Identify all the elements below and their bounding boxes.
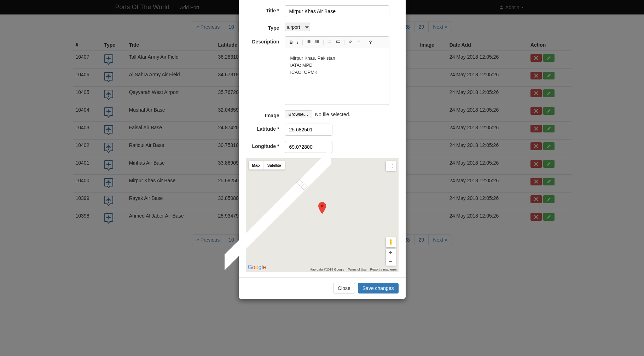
link-button[interactable]	[347, 38, 354, 46]
svg-rect-10	[391, 243, 391, 245]
fullscreen-icon	[388, 164, 393, 168]
longitude-label: Longitude *	[246, 141, 285, 149]
map[interactable]: Map Satellite + − Google Map data ©2018 …	[246, 158, 399, 252]
outdent-button[interactable]	[326, 38, 333, 46]
bold-button[interactable]: B	[288, 38, 295, 46]
pegman-icon	[388, 239, 393, 245]
svg-rect-8	[390, 241, 391, 244]
svg-rect-3	[316, 41, 319, 42]
help-button[interactable]: ?	[367, 38, 374, 46]
unordered-list-button[interactable]	[313, 38, 321, 46]
map-marker-icon	[318, 202, 326, 215]
zoom-in-button[interactable]: +	[386, 249, 396, 252]
satellite-mode-button[interactable]: Satellite	[264, 161, 285, 170]
indent-button[interactable]	[334, 38, 342, 46]
latitude-label: Latitude *	[246, 124, 285, 132]
svg-point-0	[315, 40, 316, 41]
latitude-field[interactable]	[285, 124, 332, 136]
type-label: Type	[246, 23, 285, 31]
map-mode-button[interactable]: Map	[249, 161, 264, 170]
ordered-list-button[interactable]	[305, 38, 313, 46]
street-view-button[interactable]	[386, 237, 396, 247]
title-label: Title *	[246, 5, 285, 13]
zoom-control: + −	[386, 249, 396, 252]
image-label: Image	[246, 110, 285, 118]
browse-button[interactable]: Browse…	[285, 110, 312, 118]
svg-rect-1	[316, 40, 319, 41]
svg-point-6	[321, 205, 323, 207]
fullscreen-button[interactable]	[386, 161, 396, 171]
svg-point-7	[390, 239, 391, 241]
description-editor: B I	[285, 36, 389, 105]
svg-rect-5	[316, 42, 319, 43]
italic-button[interactable]: I	[295, 38, 300, 46]
title-field[interactable]	[285, 5, 389, 17]
svg-rect-9	[390, 243, 391, 245]
unlink-button[interactable]	[355, 38, 363, 46]
edit-port-modal: Title * Type airport Description B I	[239, 0, 406, 252]
editor-toolbar: B I	[285, 37, 389, 48]
type-select[interactable]: airport	[285, 23, 310, 31]
file-status-text: No file selected.	[315, 112, 350, 117]
description-label: Description	[246, 36, 285, 44]
svg-point-4	[315, 42, 316, 43]
svg-point-2	[315, 41, 316, 42]
description-content[interactable]: Mirpur Khas, Pakistan IATA: MPD ICAO: OP…	[285, 48, 389, 105]
